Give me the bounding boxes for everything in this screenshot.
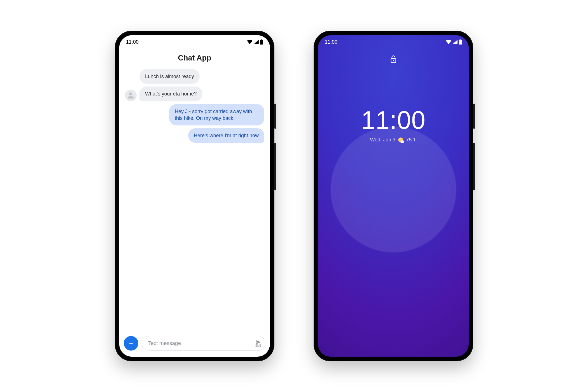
message-bubble: Here's where I'm at right now [188,128,264,143]
lock-subline: Wed, Jun 3 75°F [318,137,469,143]
message-bubble: Hey J - sorry got carried away with this… [169,104,264,126]
chat-screen: 11:00 Chat App Lunch is almost ready [119,35,270,357]
phone-right: 11:00 11:00 Wed, Jun 3 75°F [314,31,473,361]
message-row-outgoing[interactable]: Here's where I'm at right now [125,128,264,143]
battery-icon [260,39,263,45]
message-input-placeholder: Text message [148,340,255,346]
lock-clock: 11:00 [318,106,469,135]
weather-icon [398,137,403,143]
status-bar: 11:00 [318,35,469,49]
volume-button[interactable] [473,143,475,190]
lock-temperature: 75°F [406,137,417,143]
attach-button[interactable] [124,336,138,351]
lock-date: Wed, Jun 3 [370,137,396,143]
message-row-incoming[interactable]: What's your eta home? [125,87,264,101]
composer: Text message SMS [119,332,270,357]
message-row-outgoing[interactable]: Hey J - sorry got carried away with this… [125,104,264,126]
message-bubble: What's your eta home? [139,87,202,101]
power-button[interactable] [473,104,475,129]
svg-point-1 [393,60,394,61]
volume-button[interactable] [274,143,276,190]
status-bar: 11:00 [119,35,270,49]
send-button[interactable]: SMS [255,340,262,347]
wifi-icon [446,40,451,44]
message-input[interactable]: Text message SMS [142,336,265,351]
phone-left: 11:00 Chat App Lunch is almost ready [115,31,274,361]
chat-title: Chat App [119,49,270,69]
battery-icon [459,39,462,45]
avatar[interactable] [125,90,137,101]
signal-icon [452,40,458,44]
status-time: 11:00 [325,39,337,45]
message-row-incoming[interactable]: Lunch is almost ready [125,69,264,84]
lock-icon[interactable] [390,55,397,64]
message-bubble: Lunch is almost ready [139,69,200,84]
power-button[interactable] [274,104,276,129]
message-list[interactable]: Lunch is almost ready What's your eta ho… [119,69,270,332]
signal-icon [254,40,259,44]
plus-icon [128,340,134,347]
lock-screen[interactable]: 11:00 11:00 Wed, Jun 3 75°F [318,35,469,357]
wifi-icon [247,40,253,44]
status-time: 11:00 [126,39,139,45]
send-label: SMS [255,344,262,347]
